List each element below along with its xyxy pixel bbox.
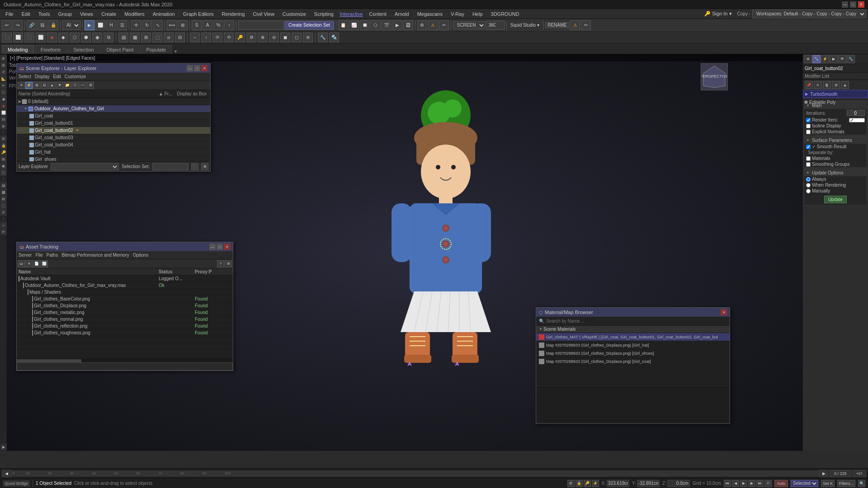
timeline-next-btn[interactable]: ▶	[819, 470, 828, 477]
tb2-btn21[interactable]: 🔑	[235, 33, 245, 42]
menu-tools[interactable]: Tools	[35, 10, 54, 18]
rp-modify-btn[interactable]: 🔧	[812, 55, 821, 63]
rp-delete-mod-btn[interactable]: 🗑	[823, 81, 831, 89]
tb2-btn16[interactable]: ⊟	[175, 33, 185, 42]
layer-row-5[interactable]: Girl_coat_button03	[17, 134, 210, 141]
tb2-btn19[interactable]: ⟳	[212, 33, 222, 42]
at-row-5[interactable]: Girl_clothes_metallic.png Found	[17, 309, 233, 316]
at-row-3[interactable]: Girl_clothes_BaseColor.png Found	[17, 296, 233, 302]
at-controls[interactable]: — □ ✕	[209, 244, 230, 250]
ts-update-btn[interactable]: Update	[824, 196, 847, 203]
select-object-btn[interactable]: ▶	[85, 20, 94, 30]
left-tool-8[interactable]: 🔺	[0, 103, 7, 109]
ts-smooth-check[interactable]	[806, 145, 811, 149]
tb2-btn17[interactable]: ↔	[190, 33, 200, 42]
ts-render-iters-input[interactable]	[849, 118, 865, 122]
at-row-1[interactable]: Outdoor_Autumn_Clothes_for_Girl_max_vray…	[17, 282, 233, 289]
workspaces-dropdown[interactable]: Workspaces: Default - Copy - Copy - Copy…	[752, 9, 866, 19]
sb-snap4-btn[interactable]: ⚡	[592, 480, 599, 487]
layer-row-6[interactable]: Girl_coat_button04	[17, 141, 210, 149]
selection-filter-dropdown[interactable]: All	[62, 21, 80, 30]
rp-utilities-btn[interactable]: 🔧	[847, 55, 855, 63]
at-tool-settings[interactable]: ⚙	[225, 260, 232, 267]
left-tool-9[interactable]: ⬜	[0, 109, 7, 116]
menu-group[interactable]: Group	[54, 10, 75, 18]
at-row-empty2[interactable]	[17, 343, 233, 350]
layer-row-3[interactable]: Girl_coat_button01	[17, 120, 210, 127]
left-tool-15[interactable]: ⊞	[0, 156, 7, 162]
left-tool-21[interactable]: ⬚	[0, 202, 7, 209]
se-layer-list[interactable]: ▶ 0 (default) ▼ Outdoor_Autumn_Clothes_f…	[17, 98, 210, 161]
tb2-btn3[interactable]: ⬛	[24, 33, 34, 42]
quxel-bridge-label[interactable]: Quxel Bridge	[3, 480, 30, 487]
left-tool-6[interactable]: ⬡	[0, 89, 7, 95]
sb-snap3-btn[interactable]: 🔑	[584, 480, 591, 487]
at-hscroll[interactable]	[17, 359, 233, 362]
se-tool-remove[interactable]: ➖	[79, 82, 86, 89]
se-tool-sort-asc[interactable]: ▲	[48, 82, 56, 89]
menu-edit[interactable]: Edit	[18, 10, 34, 18]
left-tool-bottom[interactable]: ▶	[0, 444, 7, 450]
rotate-btn[interactable]: ↻	[142, 20, 152, 30]
menu-content[interactable]: Content	[365, 10, 390, 18]
move-btn[interactable]: ✛	[131, 20, 141, 30]
se-controls[interactable]: — □ ✕	[187, 65, 208, 71]
link-btn[interactable]: 🔗	[27, 20, 37, 30]
se-tool-delete[interactable]: ✕	[18, 82, 25, 89]
tab-extra[interactable]: ▾	[175, 49, 177, 54]
warn2-btn[interactable]: ⚠	[570, 20, 580, 30]
ts-surface-header[interactable]: ▼ Surface Parameters	[804, 136, 867, 144]
menu-help[interactable]: Help	[469, 10, 486, 18]
left-tool-24[interactable]: ⟳	[0, 229, 7, 235]
ts-explicit-check[interactable]	[806, 130, 811, 134]
z-coord-input[interactable]	[667, 480, 690, 487]
pb-first-btn[interactable]: ⏮	[724, 480, 731, 487]
left-tool-18[interactable]: ▤	[0, 182, 7, 188]
tb2-btn8[interactable]: ⬢	[81, 33, 91, 42]
se-tool-sort-desc[interactable]: ▼	[56, 82, 63, 89]
at-titlebar[interactable]: 🗂 Asset Tracking — □ ✕	[17, 242, 233, 251]
timeline-prev-btn[interactable]: ◀	[2, 470, 11, 477]
menu-views[interactable]: Views	[76, 10, 97, 18]
tb2-btn5[interactable]: 🔺	[47, 33, 57, 42]
at-search-bar[interactable]	[17, 362, 233, 371]
tab-populate[interactable]: Populate	[140, 45, 171, 54]
se-tool-filter[interactable]: ⚡	[25, 82, 33, 89]
pb-last-btn[interactable]: ⏭	[756, 480, 764, 487]
menu-create[interactable]: Create	[98, 10, 120, 18]
angle-snap-btn[interactable]: A	[203, 20, 212, 30]
at-minimize-btn[interactable]: —	[209, 244, 216, 250]
mb-item-2[interactable]: Map #2070298933 (Girl_clothes_Dicplace.p…	[536, 349, 730, 357]
pb-realtime-btn[interactable]: ⏱	[764, 480, 772, 487]
tb2-btn1[interactable]: ⬛	[2, 33, 12, 42]
layer-row-8[interactable]: Girl_shoes	[17, 156, 210, 161]
filters-btn[interactable]: Filters...	[837, 480, 855, 487]
scene-explorer-titlebar[interactable]: 🗂 Scene Explorer - Layer Explorer — □ ✕	[17, 64, 210, 73]
se-tool-layer[interactable]: 📁	[64, 82, 71, 89]
mb-close-btn[interactable]: ✕	[721, 309, 727, 315]
undo-btn[interactable]: ↩	[2, 20, 12, 30]
add-time-tag-btn[interactable]: +🏷	[853, 470, 866, 477]
left-tool-19[interactable]: ▩	[0, 189, 7, 195]
ts-render-iters-check[interactable]	[806, 118, 811, 122]
tb2-btn29[interactable]: 🔩	[329, 33, 339, 42]
mb-search-input[interactable]	[546, 319, 727, 324]
left-tool-23[interactable]: ↔	[0, 222, 7, 228]
se-menu-display[interactable]: Display	[35, 74, 50, 79]
modifier-turbosmooth[interactable]: ▶ TurboSmooth	[803, 90, 868, 98]
screen-dropdown[interactable]: SCREEN	[453, 21, 486, 29]
squid-studio-label[interactable]: Squid Studio ▾	[509, 23, 542, 28]
tb2-btn10[interactable]: ⧉	[104, 33, 113, 42]
x-coord-input[interactable]	[607, 480, 629, 487]
rp-motion-btn[interactable]: ▶	[830, 55, 838, 63]
auto-key-btn[interactable]: Auto	[774, 480, 788, 487]
left-tool-16[interactable]: ◉	[0, 163, 7, 169]
more-tools-btn[interactable]: ⚙	[417, 20, 427, 30]
at-row-empty1[interactable]	[17, 336, 233, 343]
select-region-btn[interactable]: ⬜	[95, 20, 105, 30]
se-tool-settings[interactable]: ⚙	[87, 82, 94, 89]
menu-scripting[interactable]: Scripting	[311, 10, 337, 18]
tb2-btn28[interactable]: 🔧	[318, 33, 328, 42]
at-tool-3[interactable]: 📄	[33, 260, 40, 267]
menu-customize[interactable]: Customize	[279, 10, 310, 18]
